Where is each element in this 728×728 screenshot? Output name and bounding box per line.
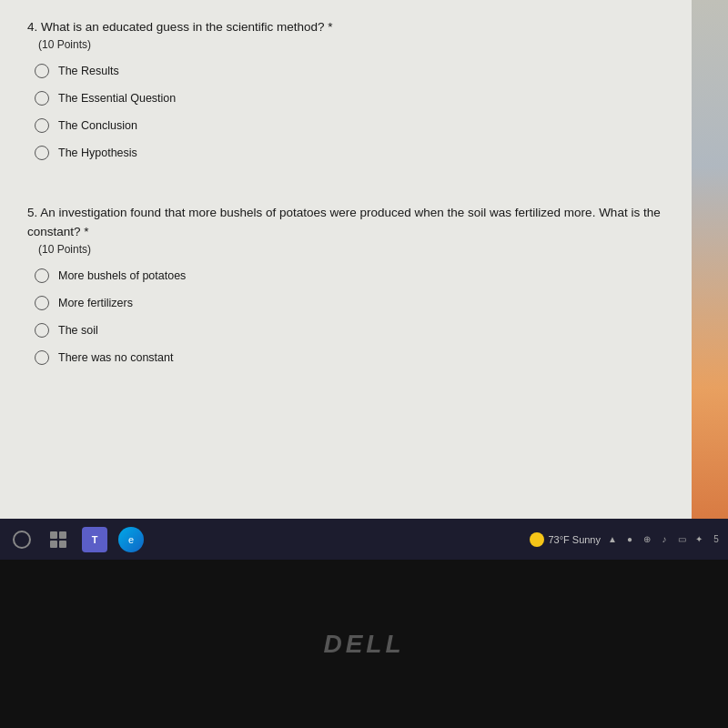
screen: 4. What is an educated guess in the scie… (0, 0, 728, 728)
q4-option-c[interactable]: The Conclusion (35, 118, 664, 133)
q4-option-d[interactable]: The Hypothesis (35, 146, 664, 160)
notification-icon[interactable]: 5 (710, 533, 723, 546)
content-area: 4. What is an educated guess in the scie… (0, 0, 692, 555)
q4-option-a[interactable]: The Results (35, 64, 664, 78)
q5-radio-a[interactable] (35, 268, 49, 283)
sys-icons-group: ▲ ● ⊕ ♪ ▭ ✦ 5 (606, 533, 723, 546)
battery-icon[interactable]: ▭ (675, 533, 688, 546)
start-circle-icon (13, 531, 31, 549)
q5-label-a: More bushels of potatoes (58, 269, 186, 282)
q4-radio-b[interactable] (35, 91, 49, 106)
q4-option-b[interactable]: The Essential Question (35, 91, 664, 106)
taskbar: T e 73°F Sunny ▲ ● ⊕ ♪ ▭ ✦ 5 (0, 519, 728, 560)
brand-text: DELL (323, 630, 404, 658)
widgets-grid-icon (50, 531, 66, 548)
q4-radio-c[interactable] (35, 118, 49, 133)
q5-option-d[interactable]: There was no constant (35, 350, 664, 365)
question-4-block: 4. What is an educated guess in the scie… (27, 18, 664, 160)
taskbar-edge-button[interactable]: e (115, 523, 147, 556)
q5-number: 5. (27, 206, 37, 219)
q4-label-c: The Conclusion (58, 119, 137, 132)
q5-option-c[interactable]: The soil (35, 323, 664, 338)
question-5-title: 5. An investigation found that more bush… (27, 204, 664, 241)
q5-radio-c[interactable] (35, 323, 49, 338)
q4-number: 4. (27, 20, 37, 34)
edge-icon: e (118, 527, 144, 552)
sun-icon (530, 532, 544, 547)
taskbar-teams-button[interactable]: T (78, 523, 111, 556)
q5-option-b[interactable]: More fertilizers (35, 296, 664, 310)
q4-label-d: The Hypothesis (58, 147, 137, 159)
taskbar-system-tray: 73°F Sunny ▲ ● ⊕ ♪ ▭ ✦ 5 (530, 532, 723, 547)
q5-label-b: More fertilizers (58, 297, 133, 309)
q4-label-a: The Results (58, 65, 119, 77)
q5-text: An investigation found that more bushels… (27, 206, 661, 238)
right-decorative-panel (692, 0, 728, 555)
q4-text: What is an educated guess in the scienti… (41, 20, 332, 34)
q5-label-c: The soil (58, 324, 98, 337)
question-5-block: 5. An investigation found that more bush… (27, 204, 664, 365)
q5-radio-d[interactable] (35, 350, 49, 365)
q5-label-d: There was no constant (58, 351, 173, 364)
weather-text: 73°F Sunny (548, 534, 601, 545)
q5-points: (10 Points) (38, 243, 664, 256)
q4-radio-d[interactable] (35, 146, 49, 160)
q4-label-b: The Essential Question (58, 92, 176, 105)
network2-icon[interactable]: ⊕ (641, 533, 653, 546)
question-separator (27, 186, 664, 204)
wifi-icon[interactable]: ● (623, 533, 636, 546)
q4-points: (10 Points) (38, 38, 664, 51)
volume-icon[interactable]: ♪ (658, 533, 671, 546)
q4-radio-a[interactable] (35, 64, 49, 78)
teams-icon: T (82, 527, 107, 552)
taskbar-start-button[interactable] (5, 523, 38, 556)
taskbar-weather[interactable]: 73°F Sunny (530, 532, 601, 547)
q5-option-a[interactable]: More bushels of potatoes (35, 268, 664, 283)
question-4-title: 4. What is an educated guess in the scie… (27, 18, 664, 36)
dell-logo: DELL (323, 630, 404, 659)
laptop-bottom-bezel: DELL (0, 560, 728, 728)
network-icon[interactable]: ▲ (606, 533, 619, 546)
bluetooth-icon[interactable]: ✦ (693, 533, 705, 546)
q5-radio-b[interactable] (35, 296, 49, 310)
taskbar-widgets-button[interactable] (42, 523, 75, 556)
